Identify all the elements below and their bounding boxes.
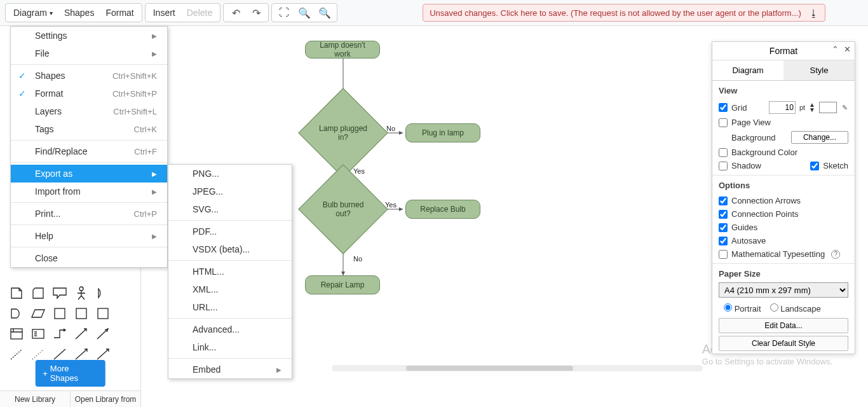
- svg-rect-4: [11, 329, 22, 339]
- zoom-in-icon[interactable]: 🔍: [295, 4, 314, 21]
- shape-and[interactable]: [8, 305, 25, 322]
- label-conn-points: Connection Points: [731, 209, 799, 219]
- submenu-embed[interactable]: Embed▶: [168, 361, 292, 378]
- stepper-down-icon[interactable]: ▼: [809, 107, 815, 113]
- menu-item-find[interactable]: Find/ReplaceCtrl+F: [11, 142, 167, 160]
- help-icon[interactable]: ?: [831, 250, 840, 259]
- shape-note[interactable]: [8, 285, 25, 301]
- grid-color-swatch[interactable]: [819, 102, 837, 113]
- shape-dashline1[interactable]: [8, 346, 25, 362]
- shape-square3[interactable]: [94, 305, 112, 322]
- svg-rect-5: [32, 329, 44, 338]
- download-icon[interactable]: ⭳: [809, 8, 818, 18]
- submenu-svg[interactable]: SVG...: [168, 200, 292, 218]
- node-repair[interactable]: Repair Lamp: [305, 275, 380, 294]
- unsaved-warning[interactable]: Unsaved changes. Click here to save. (Th…: [423, 4, 825, 22]
- grid-size-input[interactable]: [769, 101, 796, 114]
- redo-icon[interactable]: ↷: [247, 4, 266, 21]
- menu-insert[interactable]: Insert: [148, 5, 180, 20]
- menu-format[interactable]: Format: [100, 5, 139, 20]
- btn-edit-data[interactable]: Edit Data...: [719, 318, 848, 333]
- horizontal-scrollbar[interactable]: [332, 365, 703, 371]
- menu-item-close[interactable]: Close: [11, 249, 167, 267]
- menu-item-export[interactable]: Export as▶: [11, 165, 167, 183]
- close-icon[interactable]: ✕: [844, 45, 851, 54]
- chk-pageview[interactable]: [719, 118, 728, 127]
- menu-item-file[interactable]: File▶: [11, 45, 167, 62]
- submenu-url[interactable]: URL...: [168, 298, 292, 316]
- shape-halfmoon[interactable]: [94, 285, 112, 301]
- chk-guides[interactable]: [719, 223, 728, 232]
- btn-clear-style[interactable]: Clear Default Style: [719, 336, 848, 351]
- node-replace-bulb[interactable]: Replace Bulb: [405, 200, 480, 219]
- tab-new-library[interactable]: New Library: [0, 391, 71, 407]
- menu-diagram[interactable]: Diagram▾: [8, 5, 58, 20]
- chk-sketch[interactable]: [810, 162, 819, 170]
- shape-callout[interactable]: [51, 285, 69, 301]
- tab-open-library[interactable]: Open Library from: [71, 391, 141, 407]
- paper-size-select[interactable]: A4 (210 mm x 297 mm): [719, 282, 848, 298]
- edge-label-no1: No: [386, 125, 395, 132]
- menu-item-import[interactable]: Import from▶: [11, 183, 167, 200]
- radio-portrait[interactable]: Portrait: [724, 303, 761, 314]
- node-plug-in[interactable]: Plug in lamp: [405, 123, 480, 142]
- chevron-right-icon: ▶: [152, 50, 157, 57]
- submenu-link[interactable]: Link...: [168, 338, 292, 356]
- submenu-xml[interactable]: XML...: [168, 280, 292, 298]
- undo-icon[interactable]: ↶: [226, 4, 245, 21]
- menu-item-shapes[interactable]: ✓ShapesCtrl+Shift+K: [11, 67, 167, 85]
- submenu-html[interactable]: HTML...: [168, 263, 292, 280]
- submenu-jpeg[interactable]: JPEG...: [168, 183, 292, 200]
- node-decision-bulb[interactable]: Bulb burned out?: [311, 177, 375, 241]
- menu-item-layers[interactable]: LayersCtrl+Shift+L: [11, 102, 167, 120]
- menu-item-print[interactable]: Print...Ctrl+P: [11, 205, 167, 223]
- node-start[interactable]: Lamp doesn't work: [305, 41, 380, 59]
- zoom-group: ⛶ 🔍 🔍-: [271, 3, 337, 22]
- svg-rect-2: [76, 308, 86, 319]
- menu-item-help[interactable]: Help▶: [11, 227, 167, 245]
- tab-style[interactable]: Style: [783, 60, 855, 80]
- btn-change-bg[interactable]: Change...: [791, 131, 848, 144]
- shape-window[interactable]: [8, 326, 25, 342]
- shape-square1[interactable]: [51, 305, 69, 322]
- node-decision-plugged[interactable]: Lamp plugged in?: [311, 101, 375, 165]
- menu-item-settings[interactable]: Settings▶: [11, 27, 167, 45]
- more-shapes-button[interactable]: +More Shapes: [35, 360, 105, 387]
- shape-card[interactable]: [29, 285, 47, 301]
- shape-trap[interactable]: [29, 305, 47, 322]
- label-grid: Grid: [731, 103, 747, 113]
- submenu-pdf[interactable]: PDF...: [168, 223, 292, 240]
- chk-grid[interactable]: [719, 103, 728, 112]
- chevron-right-icon: ▶: [152, 233, 157, 240]
- check-icon: ✓: [18, 71, 26, 81]
- chk-conn-arrows[interactable]: [719, 197, 728, 205]
- shape-square2[interactable]: [72, 305, 90, 322]
- edge-label-no2: No: [353, 255, 362, 263]
- collapse-icon[interactable]: ⌃: [832, 45, 839, 54]
- shape-arrow-open[interactable]: [94, 326, 112, 342]
- menu-shapes[interactable]: Shapes: [59, 5, 99, 20]
- chk-math[interactable]: [719, 250, 728, 259]
- zoom-out-icon[interactable]: 🔍-: [315, 4, 334, 21]
- submenu-advanced[interactable]: Advanced...: [168, 321, 292, 338]
- radio-landscape[interactable]: Landscape: [770, 303, 821, 314]
- menu-item-tags[interactable]: TagsCtrl+K: [11, 120, 167, 138]
- menu-delete[interactable]: Delete: [182, 5, 217, 20]
- chk-autosave[interactable]: [719, 237, 728, 245]
- export-submenu: PNG... JPEG... SVG... PDF... VSDX (beta)…: [168, 164, 292, 379]
- shape-arrow-diag[interactable]: [72, 326, 90, 342]
- chk-bgcolor[interactable]: [719, 148, 728, 157]
- submenu-png[interactable]: PNG...: [168, 165, 292, 183]
- label-bgcolor: Background Color: [731, 148, 797, 157]
- pencil-icon[interactable]: ✎: [841, 104, 848, 112]
- shape-elbow[interactable]: [51, 326, 69, 342]
- shape-actor[interactable]: [72, 285, 90, 301]
- tab-diagram[interactable]: Diagram: [712, 60, 783, 80]
- section-view: View Grid pt ▲▼ ✎ Page View BackgroundCh…: [712, 81, 855, 176]
- chk-shadow[interactable]: [719, 162, 728, 170]
- chk-conn-points[interactable]: [719, 210, 728, 219]
- shape-list[interactable]: [29, 326, 47, 342]
- submenu-vsdx[interactable]: VSDX (beta)...: [168, 240, 292, 258]
- menu-item-format[interactable]: ✓FormatCtrl+Shift+P: [11, 85, 167, 102]
- fit-icon[interactable]: ⛶: [275, 4, 294, 21]
